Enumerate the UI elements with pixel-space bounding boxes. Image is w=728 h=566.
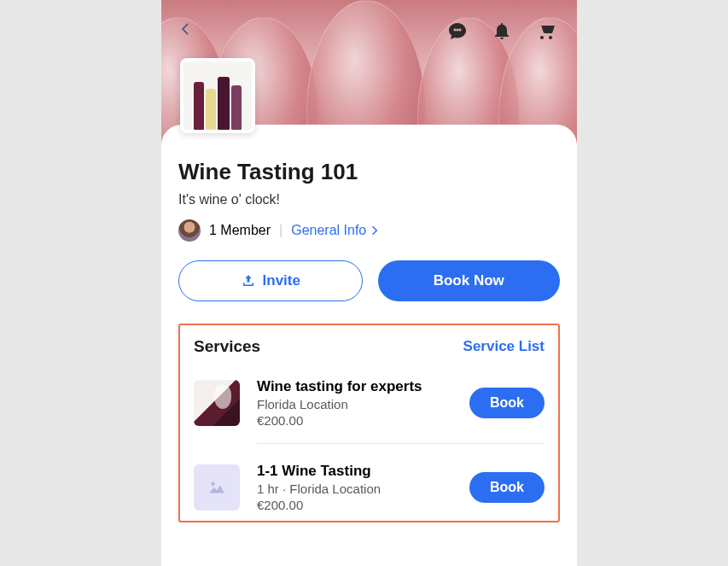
member-count: 1 Member (209, 223, 271, 238)
back-button[interactable] (177, 20, 194, 41)
book-now-button[interactable]: Book Now (378, 260, 561, 301)
general-info-label: General Info (291, 223, 366, 238)
service-item: Wine tasting for experts Florida Locatio… (194, 378, 545, 443)
service-thumbnail (194, 380, 240, 426)
service-info: 1-1 Wine Tasting 1 hr · Florida Location… (257, 463, 452, 512)
services-heading: Services (194, 337, 260, 356)
image-placeholder-icon (206, 476, 228, 499)
chevron-right-icon (368, 224, 381, 237)
member-avatar (178, 219, 201, 242)
service-list-link[interactable]: Service List (463, 338, 545, 355)
share-icon (241, 273, 256, 289)
member-row: 1 Member | General Info (178, 219, 560, 242)
service-item: 1-1 Wine Tasting 1 hr · Florida Location… (257, 443, 545, 512)
book-button[interactable]: Book (469, 472, 545, 503)
invite-button[interactable]: Invite (178, 260, 363, 301)
group-avatar (180, 58, 255, 133)
services-header: Services Service List (194, 337, 545, 356)
invite-label: Invite (263, 272, 300, 289)
svg-point-0 (212, 482, 215, 486)
services-section: Services Service List Wine tasting for e… (178, 324, 560, 522)
cart-icon[interactable] (536, 20, 556, 44)
service-name: 1-1 Wine Tasting (257, 463, 452, 480)
content-card: Wine Tasting 101 It's wine o' clock! 1 M… (161, 125, 577, 522)
general-info-link[interactable]: General Info (291, 223, 381, 238)
service-info: Wine tasting for experts Florida Locatio… (257, 378, 452, 428)
service-price: €200.00 (257, 498, 452, 512)
service-meta: 1 hr · Florida Location (257, 481, 452, 496)
service-thumbnail-placeholder (194, 464, 240, 511)
book-now-label: Book Now (434, 272, 504, 289)
header-actions (447, 20, 556, 44)
service-price: €200.00 (257, 413, 452, 428)
action-buttons: Invite Book Now (178, 260, 560, 324)
service-meta: Florida Location (257, 397, 452, 411)
tagline: It's wine o' clock! (178, 192, 560, 207)
book-button[interactable]: Book (469, 388, 545, 418)
app-screen: Wine Tasting 101 It's wine o' clock! 1 M… (161, 0, 577, 566)
service-name: Wine tasting for experts (257, 378, 452, 395)
chat-icon[interactable] (447, 20, 468, 44)
page-title: Wine Tasting 101 (178, 159, 560, 185)
divider: | (279, 223, 282, 238)
bell-icon[interactable] (492, 20, 512, 44)
